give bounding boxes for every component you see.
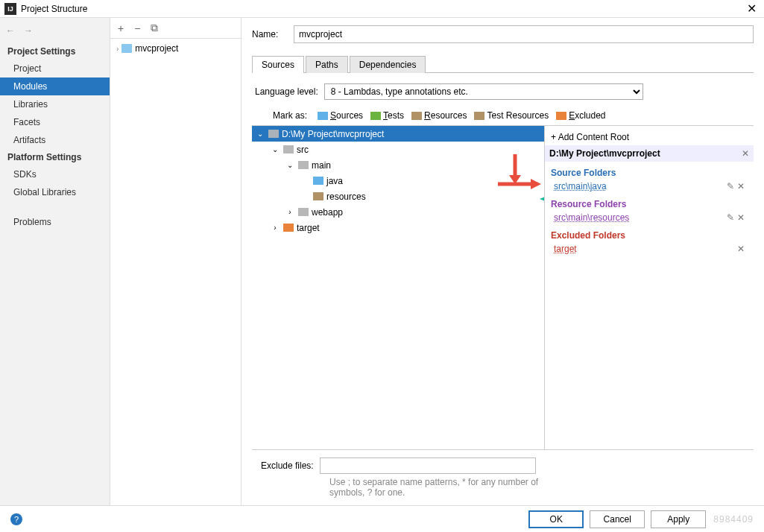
- ok-button[interactable]: OK: [528, 510, 584, 528]
- excluded-folder-icon: [283, 224, 294, 232]
- add-module-icon[interactable]: +: [118, 22, 124, 34]
- mark-tests-button[interactable]: Tests: [370, 110, 404, 121]
- tree-main[interactable]: ⌄main: [252, 157, 544, 173]
- watermark: 8984409: [713, 514, 754, 525]
- resource-folders-heading: Resource Folders: [551, 193, 748, 211]
- resource-folder-icon: [313, 192, 323, 200]
- exclude-hint: Use ; to separate name patterns, * for a…: [252, 475, 565, 505]
- sidebar: ← → Project Settings Project Modules Lib…: [0, 18, 110, 505]
- nav-forward-icon[interactable]: →: [24, 25, 33, 36]
- edit-icon[interactable]: ✎: [727, 181, 734, 191]
- tab-dependencies[interactable]: Dependencies: [350, 56, 426, 73]
- name-input[interactable]: [294, 25, 754, 43]
- resources-icon: [411, 112, 422, 120]
- nav-back-icon[interactable]: ←: [6, 25, 15, 36]
- copy-module-icon[interactable]: ⧉: [151, 22, 158, 34]
- sidebar-item-problems[interactable]: Problems: [0, 213, 110, 231]
- window-title: Project Structure: [21, 4, 744, 14]
- tab-sources[interactable]: Sources: [252, 56, 304, 73]
- source-folder-item[interactable]: src\main\java ✎✕: [551, 180, 748, 193]
- resource-folder-item[interactable]: src\main\resources ✎✕: [551, 211, 748, 224]
- mark-as-label: Mark as:: [273, 110, 307, 121]
- test-resources-icon: [474, 112, 484, 120]
- sidebar-item-sdks[interactable]: SDKs: [0, 165, 110, 183]
- tree-root[interactable]: ⌄D:\My Project\mvcprroject: [252, 126, 544, 142]
- delete-icon[interactable]: ✕: [737, 181, 745, 191]
- remove-module-icon[interactable]: −: [134, 22, 140, 34]
- content-roots-panel: + Add Content Root D:\My Project\mvcprro…: [545, 126, 754, 449]
- folder-icon: [298, 161, 309, 169]
- help-icon[interactable]: ?: [10, 513, 22, 525]
- excluded-folder-item[interactable]: target ✕: [551, 242, 748, 256]
- chevron-down-icon: ⌄: [270, 145, 280, 153]
- sidebar-item-facets[interactable]: Facets: [0, 113, 110, 131]
- section-project-settings: Project Settings: [0, 43, 110, 60]
- close-icon[interactable]: ✕: [744, 1, 760, 16]
- source-folder-icon: [313, 177, 323, 185]
- content-root-path[interactable]: D:\My Project\mvcprroject ✕: [545, 145, 754, 162]
- module-tree-item[interactable]: › mvcproject: [110, 42, 241, 55]
- folder-icon: [268, 130, 279, 138]
- language-level-label: Language level:: [255, 86, 318, 97]
- tab-paths[interactable]: Paths: [306, 56, 348, 73]
- exclude-files-label: Exclude files:: [261, 460, 314, 471]
- tests-icon: [370, 112, 381, 120]
- tree-target[interactable]: ›target: [252, 220, 544, 235]
- sidebar-item-artifacts[interactable]: Artifacts: [0, 131, 110, 149]
- tree-webapp[interactable]: ›webapp: [252, 204, 544, 220]
- add-content-root-button[interactable]: + Add Content Root: [551, 129, 748, 145]
- content-area: Name: Sources Paths Dependencies Languag…: [241, 18, 764, 505]
- source-folders-heading: Source Folders: [551, 162, 748, 180]
- chevron-right-icon: ›: [285, 208, 295, 216]
- module-name: mvcproject: [135, 43, 178, 54]
- sources-icon: [318, 112, 328, 120]
- remove-root-icon[interactable]: ✕: [742, 148, 749, 159]
- tree-src[interactable]: ⌄src: [252, 142, 544, 157]
- tree-resources[interactable]: resources: [252, 189, 544, 204]
- module-icon: [121, 44, 132, 53]
- mark-excluded-button[interactable]: Excluded: [556, 110, 605, 121]
- mark-sources-button[interactable]: Sources: [318, 110, 363, 121]
- delete-icon[interactable]: ✕: [737, 244, 745, 254]
- exclude-files-input[interactable]: [320, 457, 536, 474]
- delete-icon[interactable]: ✕: [737, 212, 745, 223]
- sidebar-item-global-libraries[interactable]: Global Libraries: [0, 183, 110, 201]
- excluded-icon: [556, 112, 566, 120]
- source-tree[interactable]: ⌄D:\My Project\mvcprroject ⌄src ⌄main ja…: [252, 126, 545, 449]
- tree-java[interactable]: java: [252, 173, 544, 189]
- language-level-select[interactable]: 8 - Lambdas, type annotations etc.: [324, 83, 643, 100]
- cancel-button[interactable]: Cancel: [590, 510, 645, 528]
- chevron-right-icon: ›: [116, 45, 119, 53]
- mark-resources-button[interactable]: Resources: [411, 110, 467, 121]
- mark-test-resources-button[interactable]: Test Resources: [474, 110, 549, 121]
- chevron-down-icon: ⌄: [255, 130, 265, 138]
- sidebar-item-libraries[interactable]: Libraries: [0, 95, 110, 113]
- excluded-folders-heading: Excluded Folders: [551, 224, 748, 242]
- sidebar-item-modules[interactable]: Modules: [0, 77, 110, 95]
- chevron-down-icon: ⌄: [285, 161, 295, 169]
- name-label: Name:: [252, 29, 286, 39]
- section-platform-settings: Platform Settings: [0, 149, 110, 165]
- module-panel: + − ⧉ › mvcproject: [110, 18, 241, 505]
- edit-icon[interactable]: ✎: [727, 212, 734, 223]
- sidebar-item-project[interactable]: Project: [0, 60, 110, 77]
- chevron-right-icon: ›: [270, 224, 280, 232]
- apply-button[interactable]: Apply: [651, 510, 706, 528]
- folder-icon: [283, 145, 294, 153]
- folder-icon: [298, 208, 309, 216]
- app-icon: IJ: [4, 3, 16, 15]
